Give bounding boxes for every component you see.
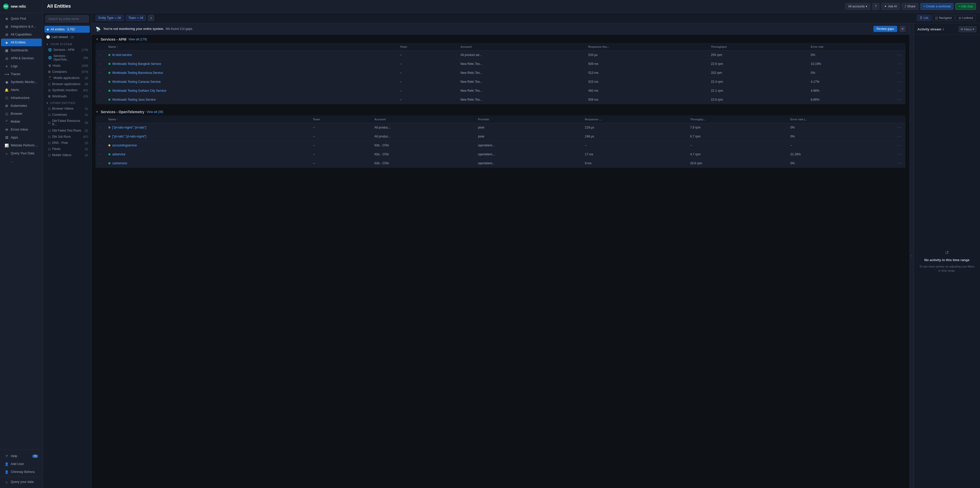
add-filter-button[interactable]: + xyxy=(148,15,154,21)
th-name-otel[interactable]: Name ↑ xyxy=(105,116,310,123)
row-more-button[interactable]: ··· xyxy=(897,134,902,138)
sidebar-item-query-data-bottom[interactable]: ⌕ Query your data xyxy=(1,478,42,486)
panel-collapse-button[interactable]: › xyxy=(910,23,913,488)
th-throughput-otel[interactable]: Throughp... xyxy=(687,116,787,123)
sidebar-item-mobile[interactable]: 📱 Mobile xyxy=(1,118,42,126)
favorite-star[interactable]: ☆ xyxy=(99,98,102,102)
entity-name-link[interactable]: Workloads Testing Caracas Service xyxy=(112,80,161,84)
sidebar-item-browser[interactable]: ◻ Browser xyxy=(1,110,42,118)
refresh-icon[interactable]: ↺ xyxy=(945,250,949,256)
favorite-star[interactable]: ☆ xyxy=(99,143,102,148)
other-item-corednses[interactable]: ◻ Corednses (1) xyxy=(43,112,91,118)
other-item-dbt-failed-resource-r...[interactable]: ◻ Dbt Failed Resource R... (4) xyxy=(43,118,91,127)
lookout-view-button[interactable]: ◎ Lookout xyxy=(956,15,976,21)
create-workload-button[interactable]: + Create a workload xyxy=(920,3,954,10)
other-item-dns---pixie[interactable]: ◻ DNS - Pixie (2) xyxy=(43,140,91,146)
sidebar-item-help[interactable]: ? Help 70 xyxy=(1,452,42,460)
sidebar-item-query-data[interactable]: ⌕ Query Your Data xyxy=(1,149,42,157)
sidebar-item-all-capabilities[interactable]: ⊟ All Capabilities xyxy=(1,31,42,38)
all-entities-item[interactable]: ◈ All entities 3,762 xyxy=(45,26,90,33)
other-item-mobile-videos[interactable]: ◻ Mobile Videos (1) xyxy=(43,152,91,158)
accounts-selector[interactable]: All accounts ▾ xyxy=(845,3,870,10)
sys-item-services---apm[interactable]: 🌐 Services - APM (179) xyxy=(43,47,91,53)
sidebar-item-errors-inbox[interactable]: ✉ Errors Inbox xyxy=(1,126,42,134)
sys-item-workloads[interactable]: ⊞ Workloads (15) xyxy=(43,93,91,99)
entity-name-link[interactable]: Workloads Testing Bangkok Service xyxy=(112,62,161,66)
row-more-button[interactable]: ··· xyxy=(897,152,902,156)
sidebar-item-integrations[interactable]: ⊞ Integrations & Agents xyxy=(1,23,42,30)
navigator-view-button[interactable]: ◫ Navigator xyxy=(932,15,955,21)
other-entities-collapse[interactable]: ▼ xyxy=(46,102,49,105)
sys-item-containers[interactable]: ⊞ Containers (579) xyxy=(43,69,91,75)
otel-collapse-icon[interactable]: ▼ xyxy=(95,110,99,114)
favorite-star[interactable]: ☆ xyxy=(99,126,102,130)
sidebar-item-all-entities[interactable]: ◈ All Entities xyxy=(1,38,42,46)
sys-item-browser-applications[interactable]: ◻ Browser applications (8) xyxy=(43,81,91,87)
entity-name-link[interactable]: lic-test-service xyxy=(112,53,132,57)
th-throughput-apm[interactable]: Throughput xyxy=(708,43,808,51)
entity-name-link[interactable]: Workloads Testing Java Service xyxy=(112,98,156,102)
team-filter[interactable]: Team = All xyxy=(126,15,146,21)
favorite-star[interactable]: ☆ xyxy=(99,62,102,66)
otel-view-all-link[interactable]: View all (38) xyxy=(146,110,163,114)
entity-name-link[interactable]: cartservice xyxy=(112,162,127,165)
other-item-dbt-job-runs[interactable]: ◻ Dbt Job Runs (67) xyxy=(43,134,91,140)
entity-type-filter[interactable]: Entity Type = All xyxy=(95,15,124,21)
favorite-star[interactable]: ☆ xyxy=(99,152,102,156)
sidebar-item-kubernetes[interactable]: ⚙ Kubernetes xyxy=(1,102,42,110)
review-gaps-button[interactable]: Review gaps xyxy=(873,26,897,32)
sidebar-item-logs[interactable]: ≡ Logs xyxy=(1,62,42,70)
close-alert-button[interactable]: ✕ xyxy=(900,26,905,32)
row-more-button[interactable]: ··· xyxy=(897,97,902,102)
last-viewed-item[interactable]: 🕐 Last viewed (3) xyxy=(43,33,91,41)
sidebar-item-dashboards[interactable]: ▦ Dashboards xyxy=(1,46,42,54)
ask-ai-button[interactable]: ✦ Ask AI xyxy=(881,3,899,10)
row-more-button[interactable]: ··· xyxy=(897,70,902,75)
sys-item-services---opentele...[interactable]: 🌐 Services - OpenTele... (38) xyxy=(43,53,91,63)
sidebar-item-infrastructure[interactable]: ⬡ Infrastructure xyxy=(1,94,42,102)
sidebar-item-apm-services[interactable]: ◎ APM & Services xyxy=(1,54,42,62)
th-errorrate-apm[interactable]: Error rate xyxy=(808,43,894,51)
favorite-star[interactable]: ☆ xyxy=(99,134,102,138)
row-more-button[interactable]: ··· xyxy=(897,88,902,93)
sidebar-item-synthetic[interactable]: ◉ Synthetic Monitoring xyxy=(1,78,42,86)
add-data-button[interactable]: + Add data xyxy=(955,3,976,10)
favorite-star[interactable]: ☆ xyxy=(99,161,102,165)
entity-name-link[interactable]: ["pl-nats","pl-nats-mgmt"] xyxy=(112,135,146,138)
th-errorrate-otel[interactable]: Error rate (... xyxy=(787,116,894,123)
row-more-button[interactable]: ··· xyxy=(897,62,902,66)
sys-item-synthetic-monitors[interactable]: ◎ Synthetic monitors (61) xyxy=(43,87,91,93)
sidebar-item-alerts[interactable]: 🔔 Alerts xyxy=(1,86,42,94)
sidebar-item-add-user[interactable]: 👤 Add User xyxy=(1,460,42,468)
your-system-collapse[interactable]: ▼ xyxy=(46,43,49,46)
sidebar-item-apps[interactable]: ⚅ Apps xyxy=(1,134,42,141)
entity-name-link[interactable]: adservice xyxy=(112,153,125,156)
sidebar-item-traces[interactable]: ⟿ Traces xyxy=(1,70,42,78)
th-name-apm[interactable]: Name ↑ xyxy=(105,43,397,51)
row-more-button[interactable]: ··· xyxy=(897,79,902,84)
help-button[interactable]: ? xyxy=(872,3,880,10)
th-response-apm[interactable]: Response tim... xyxy=(585,43,708,51)
sys-item-hosts[interactable]: 🖥 Hosts (200) xyxy=(43,63,91,69)
sidebar-item-website-perf[interactable]: 📊 Website Performance Mo... xyxy=(1,141,42,149)
row-more-button[interactable]: ··· xyxy=(897,52,902,57)
other-item-fleets[interactable]: ◻ Fleets (1) xyxy=(43,146,91,152)
list-view-button[interactable]: ☰ List xyxy=(917,15,931,21)
activity-filters-button[interactable]: ⧉ Filters ▾ xyxy=(959,26,977,32)
row-more-button[interactable]: ··· xyxy=(897,161,902,165)
apm-collapse-icon[interactable]: ▼ xyxy=(95,38,99,41)
favorite-star[interactable]: ☆ xyxy=(99,53,102,57)
favorite-star[interactable]: ☆ xyxy=(99,71,102,75)
share-button[interactable]: ⤴ Share xyxy=(902,3,918,10)
sidebar-item-more[interactable]: ... xyxy=(1,157,42,165)
sidebar-item-user[interactable]: 👤 Chinmay Behera xyxy=(1,468,42,476)
search-input[interactable] xyxy=(46,15,89,22)
entity-name-link[interactable]: Workloads Testing Barcelona Service xyxy=(112,71,163,75)
entity-name-link[interactable]: ["pl-nats-mgmt","pl-nats"] xyxy=(112,126,146,129)
sidebar-item-quick-find[interactable]: ⊕ Quick Find xyxy=(1,15,42,22)
activity-info-icon[interactable]: ℹ xyxy=(943,28,944,31)
entity-name-link[interactable]: accountingservice xyxy=(112,144,137,147)
favorite-star[interactable]: ☆ xyxy=(99,80,102,84)
th-response-otel[interactable]: Response ... xyxy=(582,116,687,123)
row-more-button[interactable]: ··· xyxy=(897,143,902,148)
